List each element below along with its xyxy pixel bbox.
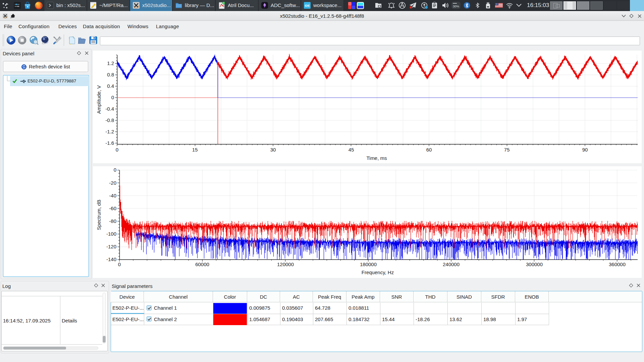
svg-text:Frequency, Hz: Frequency, Hz — [362, 269, 394, 275]
svg-text:-80: -80 — [109, 218, 116, 224]
svg-text:-60: -60 — [109, 205, 116, 211]
svg-text:120000: 120000 — [277, 261, 294, 267]
svg-text:60000: 60000 — [195, 261, 209, 267]
svg-text:-140: -140 — [106, 256, 116, 262]
svg-text:75: 75 — [504, 147, 510, 153]
svg-text:-1.2: -1.2 — [105, 129, 114, 134]
svg-text:-1.6: -1.6 — [105, 140, 114, 146]
svg-text:0: 0 — [118, 261, 121, 267]
svg-text:0.8: 0.8 — [107, 72, 114, 77]
svg-text:300000: 300000 — [526, 261, 543, 267]
svg-text:30%: 30% — [453, 4, 460, 8]
svg-text:0: 0 — [111, 95, 114, 100]
svg-text:45: 45 — [348, 147, 354, 153]
svg-text:15: 15 — [192, 147, 198, 153]
svg-text:Time, ms: Time, ms — [366, 155, 387, 161]
svg-text:-120: -120 — [106, 244, 116, 249]
svg-text:-0.8: -0.8 — [105, 117, 114, 123]
svg-text:Amplitude, V: Amplitude, V — [96, 85, 102, 114]
svg-text:0.4: 0.4 — [107, 83, 114, 89]
svg-text:30: 30 — [270, 147, 276, 153]
svg-text:-20: -20 — [109, 180, 116, 186]
svg-text:0: 0 — [114, 167, 116, 173]
svg-text:180000: 180000 — [360, 261, 377, 267]
svg-text:90: 90 — [582, 147, 588, 153]
svg-text:360000: 360000 — [609, 261, 626, 267]
svg-text:Spectrum, dB: Spectrum, dB — [96, 200, 102, 230]
svg-text:IDE: IDE — [305, 4, 310, 7]
svg-text:1.2: 1.2 — [107, 60, 114, 66]
svg-text:-100: -100 — [106, 231, 116, 237]
svg-text:-40: -40 — [109, 193, 116, 198]
svg-text:-0.4: -0.4 — [105, 106, 114, 112]
svg-text:0: 0 — [116, 147, 118, 153]
svg-text:60: 60 — [426, 147, 432, 153]
svg-text:240000: 240000 — [443, 261, 460, 267]
